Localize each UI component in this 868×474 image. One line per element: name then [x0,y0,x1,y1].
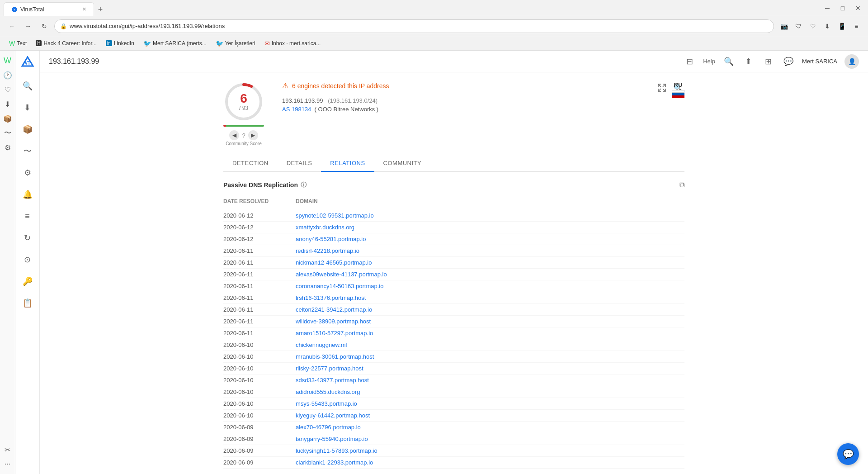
tab-close-button[interactable]: ✕ [82,6,86,12]
vt-content-inner: 6 / 93 [205,72,703,474]
dns-cell-domain[interactable]: amaro1510-57297.portmap.io [296,330,684,337]
dns-section-header: Passive DNS Replication ⓘ ⧉ [223,181,684,189]
vt-header-help[interactable]: Help [703,58,715,65]
dns-info-icon[interactable]: ⓘ [301,181,307,189]
vt-header-avatar[interactable]: 👤 [844,54,859,69]
vt-header-filter-icon[interactable]: ⊟ [683,55,696,68]
opera-more-icon[interactable]: ··· [1,458,14,470]
vt-history-icon[interactable]: ↻ [20,231,35,245]
dns-cell-domain[interactable]: clarkblank1-22933.portmap.io [296,459,684,466]
dns-table-row: 2020-06-12xmattyxbr.duckdns.org [223,222,684,233]
bookmark-hack4career[interactable]: H Hack 4 Career: Infor... [32,39,100,47]
dns-cell-domain[interactable]: msys-55433.portmap.io [296,400,684,407]
vt-graph-icon[interactable]: 〜 [20,144,35,158]
tab-relations[interactable]: RELATIONS [321,155,374,172]
dns-table-row: 2020-06-11alexas09website-41137.portmap.… [223,269,684,280]
vt-bell-icon[interactable]: 🔔 [20,187,35,202]
dns-cell-domain[interactable]: alexas09website-41137.portmap.io [296,271,684,278]
dns-cell-date: 2020-06-11 [223,306,296,313]
community-down-arrow[interactable]: ◀ [229,130,239,140]
asn-link[interactable]: AS 198134 [282,106,311,113]
phone-icon[interactable]: 📱 [835,20,848,33]
chat-button[interactable]: 💬 [837,443,859,465]
vt-logo[interactable]: VT [21,56,34,71]
tab-detection[interactable]: DETECTION [223,155,278,172]
dns-cell-domain[interactable]: nickman12-46565.portmap.io [296,259,684,266]
tab-community[interactable]: COMMUNITY [374,155,431,172]
opera-history-icon[interactable]: 🕐 [1,69,14,81]
dns-cell-domain[interactable]: luckysingh11-57893.portmap.io [296,447,684,454]
dns-copy-button[interactable]: ⧉ [679,181,684,189]
back-button[interactable]: ← [5,20,18,33]
opera-settings-icon[interactable]: ⚙ [1,141,14,154]
refresh-button[interactable]: ↻ [38,20,51,33]
vt-search-icon[interactable]: 🔍 [20,79,35,93]
dns-cell-date: 2020-06-11 [223,247,296,254]
opera-bookmarks-icon[interactable]: ♡ [1,83,14,96]
dns-cell-date: 2020-06-12 [223,236,296,242]
community-up-arrow[interactable]: ▶ [248,130,258,140]
dns-table-row: 2020-06-11celton2241-39412.portmap.io [223,304,684,316]
screenshot-icon[interactable]: 📷 [778,20,790,33]
dns-cell-domain[interactable]: klyeguy-61442.portmap.host [296,412,684,419]
dns-table-row: 2020-06-09clarkblank1-22933.portmap.io [223,457,684,469]
svg-text:V: V [14,8,15,11]
url-bar[interactable]: 🔒 www.virustotal.com/gui/ip-address/193.… [54,19,774,33]
detection-warning-text: 6 engines detected this IP address [292,82,389,90]
bookmark-inbox[interactable]: ✉ Inbox · mert.sarica... [261,39,325,48]
close-button[interactable]: ✕ [852,2,864,14]
dns-cell-domain[interactable]: celton2241-39412.portmap.io [296,306,684,313]
active-tab[interactable]: V VirusTotal ✕ [4,2,94,16]
dns-cell-domain[interactable]: spynote102-59531.portmap.io [296,212,684,219]
dns-cell-domain[interactable]: xmattyxbr.duckdns.org [296,224,684,231]
tab-details[interactable]: DETAILS [278,155,321,172]
dns-table-row: 2020-06-10msys-55433.portmap.io [223,398,684,410]
dns-cell-domain[interactable]: coronanancy14-50163.portmap.io [296,283,684,289]
dns-cell-domain[interactable]: chickennuggnew.ml [296,341,684,348]
vt-header-grid-icon[interactable]: ⊞ [762,55,775,68]
vt-list-icon[interactable]: ≡ [20,209,35,223]
download-icon[interactable]: ⬇ [821,20,834,33]
dns-cell-domain[interactable]: sdsd33-43977.portmap.host [296,377,684,384]
vt-header-search-icon[interactable]: 🔍 [722,55,735,68]
minimize-button[interactable]: ─ [821,2,834,14]
dns-cell-domain[interactable]: alex70-46796.portmap.io [296,424,684,431]
opera-extensions-icon[interactable]: 📦 [1,112,14,125]
expand-icon[interactable] [656,81,668,94]
bookmark-linkedin[interactable]: in LinkedIn [102,39,138,47]
dns-cell-domain[interactable]: mranubis-30061.portmap.host [296,353,684,360]
opera-downloads-icon[interactable]: ⬇ [1,98,14,110]
vt-key-icon[interactable]: 🔑 [20,274,35,289]
bookmark-text[interactable]: W Text [5,39,30,48]
dns-cell-domain[interactable]: redisrl-42218.portmap.io [296,247,684,254]
browser-titlebar: V VirusTotal ✕ + ─ □ ✕ [0,0,868,16]
new-tab-button[interactable]: + [94,3,107,16]
country-flag-section: RU [672,81,684,98]
opera-snap-icon[interactable]: ✂ [1,443,14,456]
vt-circle-icon[interactable]: ⊙ [20,252,35,267]
community-score-text: Community Score [226,141,261,146]
vt-package-icon[interactable]: 📦 [20,122,35,137]
heart-icon[interactable]: ♡ [807,20,819,33]
dns-cell-domain[interactable]: adidroid555.duckdns.org [296,389,684,395]
vt-settings-icon[interactable]: ⚙ [20,166,35,180]
opera-flow-icon[interactable]: 〜 [1,127,14,139]
dns-cell-domain[interactable]: anony46-55281.portmap.io [296,236,684,242]
dns-cell-domain[interactable]: lrsh16-31376.portmap.host [296,294,684,301]
vt-data-icon[interactable]: 📋 [20,296,35,310]
vt-header-chat-icon[interactable]: 💬 [782,55,795,68]
forward-button[interactable]: → [22,20,34,33]
dns-cell-domain[interactable]: willdove-38909.portmap.host [296,318,684,325]
opera-whatsapp-icon[interactable]: W [1,54,14,67]
dns-cell-domain[interactable]: tanygarry-55940.portmap.io [296,436,684,442]
maximize-button[interactable]: □ [836,2,849,14]
dns-table-row: 2020-06-12spynote102-59531.portmap.io [223,210,684,222]
vt-header-upload-icon[interactable]: ⬆ [742,55,755,68]
russia-flag [672,90,684,98]
bookmark-yer[interactable]: 🐦 Yer İşaretleri [212,39,259,48]
bookmark-twitter-mert[interactable]: 🐦 Mert SARICA (merts... [140,39,210,48]
menu-icon[interactable]: ≡ [850,20,863,33]
shield-icon[interactable]: 🛡 [792,20,805,33]
vt-upload-icon[interactable]: ⬇ [20,100,35,115]
dns-cell-domain[interactable]: riisky-22577.portmap.host [296,365,684,372]
